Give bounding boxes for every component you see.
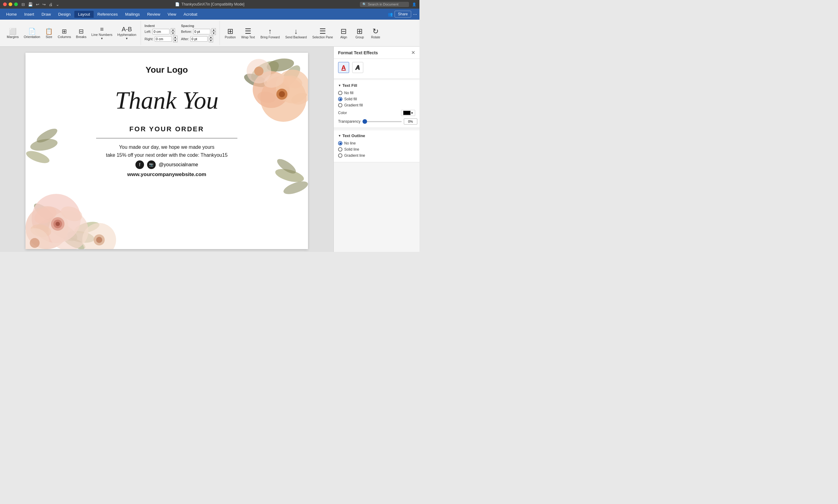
- indent-spacing-controls: Indent Left: ▲ ▼ Right: ▲ ▼: [143, 24, 217, 42]
- text-fill-icon-button[interactable]: A: [338, 62, 349, 73]
- line-numbers-button[interactable]: ≡ Line Numbers ▾: [90, 25, 114, 41]
- menu-acrobat[interactable]: Acrobat: [180, 11, 201, 18]
- more-icon[interactable]: ⌄: [55, 2, 61, 7]
- indent-left-down[interactable]: ▼: [171, 32, 175, 35]
- rotate-button[interactable]: ↻ Rotate: [368, 26, 383, 40]
- title-bar: ⊟ 💾 ↩ ↪ 🖨 ⌄ 📄 Thankyou5inX7in [Compatibi…: [0, 0, 420, 8]
- menu-mailings[interactable]: Mailings: [122, 11, 144, 18]
- user-icon[interactable]: 👤: [412, 2, 416, 6]
- bring-forward-button[interactable]: ↑ Bring Forward: [258, 26, 282, 40]
- facebook-icon: f: [135, 160, 144, 169]
- svg-point-36: [25, 148, 51, 166]
- menu-design[interactable]: Design: [55, 11, 74, 18]
- floral-right-mid: [271, 151, 308, 206]
- print-icon[interactable]: 🖨: [48, 2, 54, 7]
- menu-view[interactable]: View: [164, 11, 180, 18]
- panel-header: Format Text Effects ✕: [334, 47, 420, 59]
- spacing-before-up[interactable]: ▲: [211, 28, 216, 32]
- window-title: 📄 Thankyou5inX7in [Compatibility Mode]: [175, 2, 244, 6]
- panel-title: Format Text Effects: [338, 50, 378, 55]
- document-page: Your Logo Thank You FOR YOUR ORDER You m…: [25, 53, 308, 249]
- text-fill-label: Text Fill: [342, 83, 357, 88]
- search-box[interactable]: 🔍 Search in Document: [360, 2, 409, 7]
- position-button[interactable]: ⊞ Position: [222, 26, 238, 40]
- text-effect-icon-row: A A: [338, 62, 415, 73]
- transparency-slider[interactable]: [362, 121, 402, 122]
- text-outline-icon-button[interactable]: A: [352, 62, 363, 73]
- menu-layout[interactable]: Layout: [74, 11, 93, 18]
- ribbon-group-indent-spacing: Indent Left: ▲ ▼ Right: ▲ ▼: [141, 21, 220, 45]
- gradient-fill-option[interactable]: Gradient fill: [338, 103, 415, 107]
- gradient-line-option[interactable]: Gradient line: [338, 154, 415, 158]
- close-button[interactable]: [3, 2, 7, 6]
- redo-icon[interactable]: ↪: [41, 2, 47, 7]
- save-icon[interactable]: 💾: [27, 2, 34, 7]
- indent-right-input[interactable]: [155, 36, 172, 42]
- menu-insert[interactable]: Insert: [21, 11, 38, 18]
- align-button[interactable]: ⊟ Align: [336, 26, 351, 40]
- gradient-fill-radio: [338, 103, 342, 107]
- undo-icon[interactable]: ↩: [35, 2, 40, 7]
- solid-line-radio: [338, 147, 342, 151]
- solid-fill-option[interactable]: Solid fill: [338, 97, 415, 101]
- orientation-button[interactable]: 📄 Orientation: [22, 27, 42, 40]
- color-swatch-button[interactable]: ▾: [401, 110, 415, 116]
- size-button[interactable]: 📋 Size: [43, 27, 55, 40]
- indent-right-up[interactable]: ▲: [173, 36, 177, 39]
- menu-draw[interactable]: Draw: [38, 11, 54, 18]
- indent-left-row: Left: ▲ ▼: [144, 28, 177, 35]
- svg-point-26: [55, 222, 60, 226]
- text-outline-header[interactable]: ▼ Text Outline: [338, 133, 415, 138]
- ribbon-row-top: ⬜ Margins 📄 Orientation 📋 Size ⊞ Columns…: [5, 25, 138, 41]
- panel-close-button[interactable]: ✕: [411, 50, 415, 55]
- spacing-after-down[interactable]: ▼: [209, 39, 213, 42]
- spacing-after-input[interactable]: [190, 36, 208, 42]
- text-outline-section: ▼ Text Outline No line Solid line Gradie…: [334, 130, 420, 162]
- doc-divider: [96, 138, 237, 138]
- doc-discount: take 15% off your next order with the co…: [106, 152, 227, 158]
- minimize-button[interactable]: [8, 2, 12, 6]
- hyphenation-button[interactable]: A-B Hyphenation ▾: [116, 25, 138, 41]
- menu-review[interactable]: Review: [143, 11, 164, 18]
- menu-right: 👥 Share ⋯: [388, 11, 417, 17]
- selection-pane-button[interactable]: ☰ Selection Pane: [310, 26, 335, 40]
- main-area: Your Logo Thank You FOR YOUR ORDER You m…: [0, 47, 420, 252]
- maximize-button[interactable]: [14, 2, 18, 6]
- instagram-icon: 📷: [147, 160, 156, 169]
- menu-home[interactable]: Home: [2, 11, 21, 18]
- indent-right-row: Right: ▲ ▼: [144, 36, 177, 42]
- solid-fill-radio: [338, 97, 342, 101]
- svg-point-34: [30, 238, 40, 248]
- spacing-before-input[interactable]: [193, 29, 210, 34]
- indent-controls: Indent Left: ▲ ▼ Right: ▲ ▼: [144, 24, 177, 42]
- no-line-option[interactable]: No line: [338, 141, 415, 145]
- indent-left-input[interactable]: [152, 29, 170, 34]
- text-outline-label: Text Outline: [342, 133, 365, 138]
- text-fill-header[interactable]: ▼ Text Fill: [338, 83, 415, 88]
- traffic-lights: [3, 2, 18, 6]
- no-fill-option[interactable]: No fill: [338, 91, 415, 95]
- share-button[interactable]: Share: [395, 11, 411, 17]
- indent-right-down[interactable]: ▼: [173, 39, 177, 42]
- group-button[interactable]: ⊞ Group: [352, 26, 367, 40]
- wrap-text-button[interactable]: ☰ Wrap Text: [239, 26, 258, 40]
- menu-bar: Home Insert Draw Design Layout Reference…: [0, 8, 420, 20]
- spacing-after-up[interactable]: ▲: [209, 36, 213, 39]
- spacing-before-row: Before: ▲ ▼: [181, 28, 216, 35]
- send-backward-button[interactable]: ↓ Send Backward: [283, 26, 309, 40]
- sidebar-toggle-icon[interactable]: ⊟: [20, 2, 26, 7]
- no-line-radio: [338, 141, 342, 145]
- menu-references[interactable]: References: [93, 11, 121, 18]
- breaks-button[interactable]: ⊟ Breaks: [74, 27, 88, 40]
- solid-line-option[interactable]: Solid line: [338, 147, 415, 151]
- document-area[interactable]: Your Logo Thank You FOR YOUR ORDER You m…: [0, 47, 334, 252]
- transparency-row: Transparency: [338, 119, 415, 125]
- spacing-before-down[interactable]: ▼: [211, 32, 216, 35]
- margins-button[interactable]: ⬜ Margins: [5, 27, 21, 40]
- columns-button[interactable]: ⊞ Columns: [56, 27, 73, 40]
- text-outline-radio-group: No line Solid line Gradient line: [338, 141, 415, 158]
- indent-left-up[interactable]: ▲: [171, 28, 175, 32]
- doc-for-order: FOR YOUR ORDER: [129, 125, 204, 133]
- transparency-input[interactable]: [404, 119, 417, 125]
- toolbar-icons: ⊟ 💾 ↩ ↪ 🖨 ⌄: [20, 2, 61, 7]
